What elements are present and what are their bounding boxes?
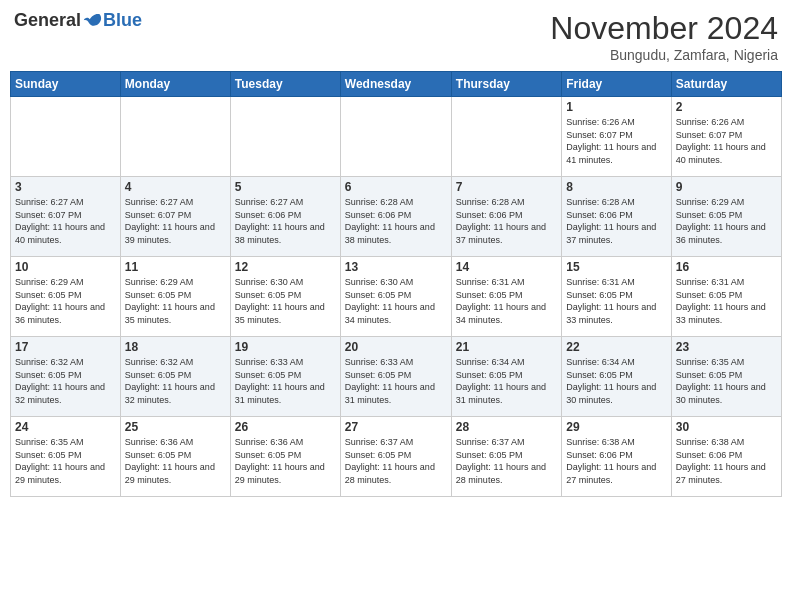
day-number: 20 — [345, 340, 447, 354]
calendar-header-sunday: Sunday — [11, 72, 121, 97]
calendar-cell: 18Sunrise: 6:32 AM Sunset: 6:05 PM Dayli… — [120, 337, 230, 417]
day-info: Sunrise: 6:33 AM Sunset: 6:05 PM Dayligh… — [345, 356, 447, 406]
calendar-cell: 16Sunrise: 6:31 AM Sunset: 6:05 PM Dayli… — [671, 257, 781, 337]
calendar-cell: 25Sunrise: 6:36 AM Sunset: 6:05 PM Dayli… — [120, 417, 230, 497]
day-number: 5 — [235, 180, 336, 194]
calendar-header-row: SundayMondayTuesdayWednesdayThursdayFrid… — [11, 72, 782, 97]
day-info: Sunrise: 6:27 AM Sunset: 6:06 PM Dayligh… — [235, 196, 336, 246]
day-info: Sunrise: 6:32 AM Sunset: 6:05 PM Dayligh… — [15, 356, 116, 406]
calendar-header-friday: Friday — [562, 72, 671, 97]
day-info: Sunrise: 6:32 AM Sunset: 6:05 PM Dayligh… — [125, 356, 226, 406]
calendar-cell: 4Sunrise: 6:27 AM Sunset: 6:07 PM Daylig… — [120, 177, 230, 257]
calendar-cell: 15Sunrise: 6:31 AM Sunset: 6:05 PM Dayli… — [562, 257, 671, 337]
calendar-cell: 27Sunrise: 6:37 AM Sunset: 6:05 PM Dayli… — [340, 417, 451, 497]
day-info: Sunrise: 6:35 AM Sunset: 6:05 PM Dayligh… — [15, 436, 116, 486]
day-number: 30 — [676, 420, 777, 434]
day-info: Sunrise: 6:30 AM Sunset: 6:05 PM Dayligh… — [345, 276, 447, 326]
calendar-cell: 28Sunrise: 6:37 AM Sunset: 6:05 PM Dayli… — [451, 417, 561, 497]
day-info: Sunrise: 6:29 AM Sunset: 6:05 PM Dayligh… — [676, 196, 777, 246]
day-number: 24 — [15, 420, 116, 434]
logo-general-text: General — [14, 10, 81, 31]
day-number: 28 — [456, 420, 557, 434]
calendar-cell: 10Sunrise: 6:29 AM Sunset: 6:05 PM Dayli… — [11, 257, 121, 337]
day-number: 14 — [456, 260, 557, 274]
day-number: 13 — [345, 260, 447, 274]
day-number: 4 — [125, 180, 226, 194]
calendar-cell: 1Sunrise: 6:26 AM Sunset: 6:07 PM Daylig… — [562, 97, 671, 177]
day-number: 17 — [15, 340, 116, 354]
day-number: 1 — [566, 100, 666, 114]
calendar-cell — [451, 97, 561, 177]
calendar-week-1: 1Sunrise: 6:26 AM Sunset: 6:07 PM Daylig… — [11, 97, 782, 177]
location: Bungudu, Zamfara, Nigeria — [550, 47, 778, 63]
calendar-cell: 5Sunrise: 6:27 AM Sunset: 6:06 PM Daylig… — [230, 177, 340, 257]
calendar-cell: 30Sunrise: 6:38 AM Sunset: 6:06 PM Dayli… — [671, 417, 781, 497]
calendar-table: SundayMondayTuesdayWednesdayThursdayFrid… — [10, 71, 782, 497]
day-info: Sunrise: 6:30 AM Sunset: 6:05 PM Dayligh… — [235, 276, 336, 326]
day-info: Sunrise: 6:36 AM Sunset: 6:05 PM Dayligh… — [235, 436, 336, 486]
day-info: Sunrise: 6:33 AM Sunset: 6:05 PM Dayligh… — [235, 356, 336, 406]
calendar-header-wednesday: Wednesday — [340, 72, 451, 97]
day-info: Sunrise: 6:31 AM Sunset: 6:05 PM Dayligh… — [566, 276, 666, 326]
calendar-header-monday: Monday — [120, 72, 230, 97]
day-number: 11 — [125, 260, 226, 274]
day-info: Sunrise: 6:34 AM Sunset: 6:05 PM Dayligh… — [456, 356, 557, 406]
day-number: 7 — [456, 180, 557, 194]
calendar-cell: 23Sunrise: 6:35 AM Sunset: 6:05 PM Dayli… — [671, 337, 781, 417]
day-info: Sunrise: 6:36 AM Sunset: 6:05 PM Dayligh… — [125, 436, 226, 486]
calendar-cell: 11Sunrise: 6:29 AM Sunset: 6:05 PM Dayli… — [120, 257, 230, 337]
day-info: Sunrise: 6:28 AM Sunset: 6:06 PM Dayligh… — [345, 196, 447, 246]
day-info: Sunrise: 6:31 AM Sunset: 6:05 PM Dayligh… — [456, 276, 557, 326]
day-number: 27 — [345, 420, 447, 434]
calendar-cell: 7Sunrise: 6:28 AM Sunset: 6:06 PM Daylig… — [451, 177, 561, 257]
day-number: 3 — [15, 180, 116, 194]
calendar-cell: 12Sunrise: 6:30 AM Sunset: 6:05 PM Dayli… — [230, 257, 340, 337]
day-number: 16 — [676, 260, 777, 274]
calendar-cell: 20Sunrise: 6:33 AM Sunset: 6:05 PM Dayli… — [340, 337, 451, 417]
day-number: 2 — [676, 100, 777, 114]
day-info: Sunrise: 6:27 AM Sunset: 6:07 PM Dayligh… — [125, 196, 226, 246]
day-info: Sunrise: 6:29 AM Sunset: 6:05 PM Dayligh… — [15, 276, 116, 326]
day-number: 12 — [235, 260, 336, 274]
calendar-cell: 13Sunrise: 6:30 AM Sunset: 6:05 PM Dayli… — [340, 257, 451, 337]
calendar-week-2: 3Sunrise: 6:27 AM Sunset: 6:07 PM Daylig… — [11, 177, 782, 257]
day-number: 8 — [566, 180, 666, 194]
day-number: 19 — [235, 340, 336, 354]
calendar-header-tuesday: Tuesday — [230, 72, 340, 97]
day-number: 23 — [676, 340, 777, 354]
logo-bird-icon — [83, 11, 103, 31]
day-info: Sunrise: 6:37 AM Sunset: 6:05 PM Dayligh… — [345, 436, 447, 486]
day-number: 10 — [15, 260, 116, 274]
day-info: Sunrise: 6:29 AM Sunset: 6:05 PM Dayligh… — [125, 276, 226, 326]
calendar-cell: 9Sunrise: 6:29 AM Sunset: 6:05 PM Daylig… — [671, 177, 781, 257]
day-number: 18 — [125, 340, 226, 354]
day-info: Sunrise: 6:26 AM Sunset: 6:07 PM Dayligh… — [676, 116, 777, 166]
page-header: General Blue November 2024 Bungudu, Zamf… — [10, 10, 782, 63]
calendar-header-thursday: Thursday — [451, 72, 561, 97]
day-number: 29 — [566, 420, 666, 434]
month-title: November 2024 — [550, 10, 778, 47]
day-info: Sunrise: 6:26 AM Sunset: 6:07 PM Dayligh… — [566, 116, 666, 166]
calendar-cell: 3Sunrise: 6:27 AM Sunset: 6:07 PM Daylig… — [11, 177, 121, 257]
calendar-cell: 21Sunrise: 6:34 AM Sunset: 6:05 PM Dayli… — [451, 337, 561, 417]
calendar-header-saturday: Saturday — [671, 72, 781, 97]
calendar-cell: 8Sunrise: 6:28 AM Sunset: 6:06 PM Daylig… — [562, 177, 671, 257]
calendar-cell: 22Sunrise: 6:34 AM Sunset: 6:05 PM Dayli… — [562, 337, 671, 417]
day-info: Sunrise: 6:38 AM Sunset: 6:06 PM Dayligh… — [676, 436, 777, 486]
day-number: 25 — [125, 420, 226, 434]
day-info: Sunrise: 6:27 AM Sunset: 6:07 PM Dayligh… — [15, 196, 116, 246]
calendar-cell: 2Sunrise: 6:26 AM Sunset: 6:07 PM Daylig… — [671, 97, 781, 177]
calendar-cell: 29Sunrise: 6:38 AM Sunset: 6:06 PM Dayli… — [562, 417, 671, 497]
calendar-week-4: 17Sunrise: 6:32 AM Sunset: 6:05 PM Dayli… — [11, 337, 782, 417]
calendar-cell — [120, 97, 230, 177]
day-info: Sunrise: 6:28 AM Sunset: 6:06 PM Dayligh… — [456, 196, 557, 246]
calendar-cell: 19Sunrise: 6:33 AM Sunset: 6:05 PM Dayli… — [230, 337, 340, 417]
day-info: Sunrise: 6:38 AM Sunset: 6:06 PM Dayligh… — [566, 436, 666, 486]
day-number: 9 — [676, 180, 777, 194]
day-info: Sunrise: 6:37 AM Sunset: 6:05 PM Dayligh… — [456, 436, 557, 486]
day-number: 26 — [235, 420, 336, 434]
calendar-cell: 24Sunrise: 6:35 AM Sunset: 6:05 PM Dayli… — [11, 417, 121, 497]
calendar-cell: 17Sunrise: 6:32 AM Sunset: 6:05 PM Dayli… — [11, 337, 121, 417]
day-info: Sunrise: 6:35 AM Sunset: 6:05 PM Dayligh… — [676, 356, 777, 406]
calendar-cell — [340, 97, 451, 177]
